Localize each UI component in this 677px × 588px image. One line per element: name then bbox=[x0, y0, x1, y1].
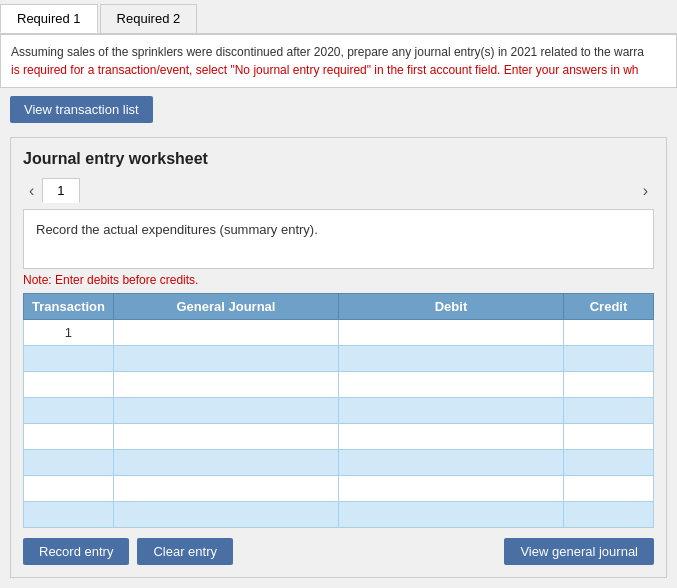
cell-credit[interactable] bbox=[564, 450, 654, 476]
cell-transaction: 1 bbox=[24, 320, 114, 346]
tab-required-1[interactable]: Required 1 bbox=[0, 4, 98, 33]
general-journal-input[interactable] bbox=[114, 320, 338, 345]
debit-input[interactable] bbox=[339, 502, 563, 527]
cell-credit[interactable] bbox=[564, 476, 654, 502]
prev-entry-arrow[interactable]: ‹ bbox=[23, 180, 40, 202]
table-row bbox=[24, 476, 654, 502]
credit-input[interactable] bbox=[564, 320, 653, 345]
debit-input[interactable] bbox=[339, 424, 563, 449]
cell-general-journal[interactable] bbox=[113, 398, 338, 424]
general-journal-input[interactable] bbox=[114, 372, 338, 397]
cell-general-journal[interactable] bbox=[113, 450, 338, 476]
journal-table: Transaction General Journal Debit Credit… bbox=[23, 293, 654, 528]
entry-tabs-row: ‹ 1 › bbox=[23, 178, 654, 203]
general-journal-input[interactable] bbox=[114, 398, 338, 423]
table-row bbox=[24, 372, 654, 398]
view-transaction-list-button[interactable]: View transaction list bbox=[10, 96, 153, 123]
general-journal-input[interactable] bbox=[114, 502, 338, 527]
cell-debit[interactable] bbox=[338, 450, 563, 476]
cell-debit[interactable] bbox=[338, 398, 563, 424]
cell-general-journal[interactable] bbox=[113, 320, 338, 346]
table-row bbox=[24, 424, 654, 450]
credit-input[interactable] bbox=[564, 372, 653, 397]
cell-general-journal[interactable] bbox=[113, 372, 338, 398]
entry-description-box: Record the actual expenditures (summary … bbox=[23, 209, 654, 269]
cell-transaction bbox=[24, 372, 114, 398]
cell-debit[interactable] bbox=[338, 424, 563, 450]
col-header-transaction: Transaction bbox=[24, 294, 114, 320]
cell-credit[interactable] bbox=[564, 346, 654, 372]
debit-input[interactable] bbox=[339, 372, 563, 397]
instruction-banner: Assuming sales of the sprinklers were di… bbox=[0, 34, 677, 88]
worksheet-title: Journal entry worksheet bbox=[23, 150, 654, 168]
cell-general-journal[interactable] bbox=[113, 424, 338, 450]
worksheet-container: Journal entry worksheet ‹ 1 › Record the… bbox=[10, 137, 667, 578]
credit-input[interactable] bbox=[564, 450, 653, 475]
top-tabs-container: Required 1 Required 2 bbox=[0, 0, 677, 34]
cell-credit[interactable] bbox=[564, 502, 654, 528]
view-general-journal-button[interactable]: View general journal bbox=[504, 538, 654, 565]
cell-transaction bbox=[24, 450, 114, 476]
col-header-general-journal: General Journal bbox=[113, 294, 338, 320]
note-text: Note: Enter debits before credits. bbox=[23, 273, 654, 287]
entry-description-text: Record the actual expenditures (summary … bbox=[36, 222, 318, 237]
cell-transaction bbox=[24, 346, 114, 372]
cell-transaction bbox=[24, 476, 114, 502]
col-header-debit: Debit bbox=[338, 294, 563, 320]
table-row: 1 bbox=[24, 320, 654, 346]
cell-transaction bbox=[24, 398, 114, 424]
entry-tab-1[interactable]: 1 bbox=[42, 178, 79, 203]
instruction-main-text: Assuming sales of the sprinklers were di… bbox=[11, 45, 644, 59]
cell-credit[interactable] bbox=[564, 398, 654, 424]
tab-required-2[interactable]: Required 2 bbox=[100, 4, 198, 33]
cell-debit[interactable] bbox=[338, 320, 563, 346]
table-row bbox=[24, 502, 654, 528]
cell-debit[interactable] bbox=[338, 346, 563, 372]
debit-input[interactable] bbox=[339, 450, 563, 475]
credit-input[interactable] bbox=[564, 398, 653, 423]
general-journal-input[interactable] bbox=[114, 476, 338, 501]
credit-input[interactable] bbox=[564, 502, 653, 527]
general-journal-input[interactable] bbox=[114, 424, 338, 449]
record-entry-button[interactable]: Record entry bbox=[23, 538, 129, 565]
table-row bbox=[24, 450, 654, 476]
cell-debit[interactable] bbox=[338, 372, 563, 398]
debit-input[interactable] bbox=[339, 320, 563, 345]
cell-debit[interactable] bbox=[338, 502, 563, 528]
cell-transaction bbox=[24, 424, 114, 450]
instruction-red-text: is required for a transaction/event, sel… bbox=[11, 63, 639, 77]
debit-input[interactable] bbox=[339, 346, 563, 371]
table-row bbox=[24, 398, 654, 424]
clear-entry-button[interactable]: Clear entry bbox=[137, 538, 233, 565]
cell-debit[interactable] bbox=[338, 476, 563, 502]
general-journal-input[interactable] bbox=[114, 346, 338, 371]
credit-input[interactable] bbox=[564, 424, 653, 449]
cell-credit[interactable] bbox=[564, 372, 654, 398]
cell-transaction bbox=[24, 502, 114, 528]
cell-general-journal[interactable] bbox=[113, 346, 338, 372]
debit-input[interactable] bbox=[339, 398, 563, 423]
action-buttons-row: Record entry Clear entry View general jo… bbox=[23, 538, 654, 565]
general-journal-input[interactable] bbox=[114, 450, 338, 475]
cell-credit[interactable] bbox=[564, 320, 654, 346]
debit-input[interactable] bbox=[339, 476, 563, 501]
credit-input[interactable] bbox=[564, 346, 653, 371]
col-header-credit: Credit bbox=[564, 294, 654, 320]
cell-general-journal[interactable] bbox=[113, 476, 338, 502]
credit-input[interactable] bbox=[564, 476, 653, 501]
cell-general-journal[interactable] bbox=[113, 502, 338, 528]
table-row bbox=[24, 346, 654, 372]
next-entry-arrow[interactable]: › bbox=[637, 180, 654, 202]
cell-credit[interactable] bbox=[564, 424, 654, 450]
